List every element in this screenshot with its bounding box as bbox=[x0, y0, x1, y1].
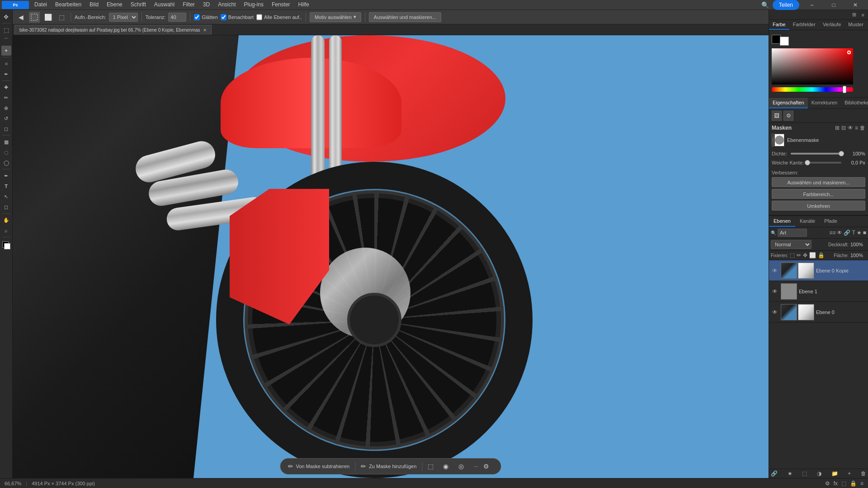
tab-pfade[interactable]: Pfade bbox=[820, 216, 842, 227]
tab-bibliotheken[interactable]: Bibliotheken bbox=[841, 98, 868, 108]
tab-muster[interactable]: Muster bbox=[844, 20, 867, 30]
zoom-tool[interactable]: ⌕ bbox=[1, 225, 11, 235]
statusbar-icon-4[interactable]: 🔒 bbox=[850, 480, 857, 487]
new-layer-button[interactable]: + bbox=[848, 470, 851, 477]
menu-schrift[interactable]: Schrift bbox=[127, 0, 150, 9]
glaetten-checkbox[interactable] bbox=[194, 13, 200, 22]
masken-icon-3[interactable]: 👁 bbox=[848, 125, 853, 131]
mask-option-1[interactable]: ⬚ bbox=[428, 463, 438, 470]
eyedropper-tool[interactable]: ✒ bbox=[1, 69, 11, 79]
hand-tool[interactable]: ✋ bbox=[1, 215, 11, 225]
hue-slider[interactable] bbox=[772, 87, 853, 92]
image-properties-icon[interactable]: 🖼 bbox=[772, 111, 782, 121]
tab-eigenschaften[interactable]: Eigenschaften bbox=[769, 98, 808, 108]
mask-option-3[interactable]: ◎ bbox=[458, 463, 468, 470]
benachbart-checkbox[interactable] bbox=[221, 13, 226, 22]
motiv-button[interactable]: Motiv auswählen ▾ bbox=[310, 12, 361, 22]
magic-wand-tool[interactable]: ✦ bbox=[1, 46, 11, 56]
eraser-tool[interactable]: ◻ bbox=[1, 124, 11, 134]
panel-icon-1[interactable]: ⊞ bbox=[850, 11, 858, 19]
lock-artboard-icon[interactable]: ⬜ bbox=[809, 252, 816, 258]
dodge-tool[interactable]: ◯ bbox=[1, 158, 11, 168]
layer-visibility-ebene0kopie[interactable]: 👁 bbox=[771, 267, 779, 275]
rectangular-marquee-tool[interactable]: ⬚ bbox=[1, 25, 11, 35]
layer-visibility-ebene1[interactable]: 👁 bbox=[771, 287, 779, 296]
toolbar-select1[interactable]: ⬜ bbox=[42, 12, 53, 23]
statusbar-icon-5[interactable]: ≡ bbox=[860, 480, 863, 487]
ebenen-search-input[interactable]: Art bbox=[778, 229, 807, 237]
canvas-area[interactable]: ✏ Von Maske subtrahieren ✏ Zu Maske hinz… bbox=[13, 35, 769, 478]
statusbar-icon-2[interactable]: fx bbox=[834, 480, 838, 487]
lock-brush-icon[interactable]: ✏ bbox=[797, 252, 801, 258]
tab-close[interactable]: ✕ bbox=[203, 28, 207, 33]
menu-hilfe[interactable]: Hilfe bbox=[295, 0, 313, 9]
toleranz-input[interactable]: 40 bbox=[168, 13, 186, 22]
dichte-thumb[interactable] bbox=[839, 151, 844, 156]
ebenen-icon-link[interactable]: 🔗 bbox=[844, 230, 850, 236]
menu-auswahl[interactable]: Auswahl bbox=[151, 0, 178, 9]
masken-icon-2[interactable]: ⊟ bbox=[841, 125, 846, 131]
group-layer-button[interactable]: 📁 bbox=[831, 470, 838, 477]
subtract-from-mask-button[interactable]: ✏ Von Maske subtrahieren bbox=[288, 463, 350, 470]
document-tab[interactable]: bike-3073082 nattapol deejitwasin auf Pi… bbox=[14, 25, 212, 35]
menu-filter[interactable]: Filter bbox=[179, 0, 198, 9]
layer-item-ebene0[interactable]: 👁 Ebene 0 bbox=[769, 302, 868, 323]
add-mask-button[interactable]: ⬚ bbox=[802, 470, 807, 477]
toolbar-select2[interactable]: ⬚ bbox=[56, 12, 67, 23]
auswahlen-maskieren-button[interactable]: Auswählen und maskieren... bbox=[369, 12, 441, 22]
layer-visibility-ebene0[interactable]: 👁 bbox=[771, 308, 779, 316]
ebenen-icon-style[interactable]: T bbox=[852, 230, 855, 236]
layer-style-button[interactable]: ★ bbox=[788, 470, 793, 477]
panel-icon-2[interactable]: ≡ bbox=[860, 11, 866, 19]
gradient-tool[interactable]: ▦ bbox=[1, 137, 11, 147]
pen-tool[interactable]: ✒ bbox=[1, 171, 11, 181]
add-to-mask-button[interactable]: ✏ Zu Maske hinzufügen bbox=[361, 463, 416, 470]
lock-position-icon[interactable]: ✥ bbox=[803, 252, 807, 258]
mask-more-options[interactable]: ··· bbox=[474, 464, 478, 469]
tab-kanaele[interactable]: Kanäle bbox=[795, 216, 820, 227]
text-tool[interactable]: T bbox=[1, 181, 11, 191]
menu-fenster[interactable]: Fenster bbox=[268, 0, 294, 9]
blend-mode-select[interactable]: Normal bbox=[771, 240, 811, 249]
ebenen-icon-kind[interactable]: ≡≡ bbox=[829, 230, 835, 236]
dichte-slider[interactable] bbox=[791, 153, 841, 155]
alle-ebenen-checkbox[interactable] bbox=[256, 13, 262, 22]
new-fill-layer-button[interactable]: ◑ bbox=[817, 470, 821, 477]
weiche-kante-slider[interactable] bbox=[807, 162, 841, 164]
minimize-button[interactable]: – bbox=[803, 0, 821, 10]
masken-icon-4[interactable]: ≡ bbox=[855, 125, 858, 131]
menu-3d[interactable]: 3D bbox=[199, 0, 213, 9]
mask-settings[interactable]: ⚙ bbox=[483, 463, 493, 470]
foreground-color-swatch[interactable] bbox=[772, 35, 781, 44]
farbbereich-button[interactable]: Farbbereich... bbox=[772, 189, 865, 199]
statusbar-icon-1[interactable]: ⚙ bbox=[825, 480, 830, 487]
mask-option-2[interactable]: ◉ bbox=[443, 463, 453, 470]
tab-verlaeufe[interactable]: Verläufe bbox=[819, 20, 844, 30]
maximize-button[interactable]: □ bbox=[825, 0, 843, 10]
menu-bild[interactable]: Bild bbox=[86, 0, 102, 9]
weiche-kante-thumb[interactable] bbox=[805, 160, 810, 165]
lasso-tool[interactable]: ⌒ bbox=[1, 35, 11, 45]
menu-bearbeiten[interactable]: Bearbeiten bbox=[52, 0, 85, 9]
lock-transparent-icon[interactable]: ⬚ bbox=[790, 252, 795, 258]
move-tool[interactable]: ✥ bbox=[1, 12, 11, 22]
ebenen-icon-effect[interactable]: ★ bbox=[857, 230, 862, 236]
menu-datei[interactable]: Datei bbox=[31, 0, 51, 9]
menu-ebene[interactable]: Ebene bbox=[103, 0, 126, 9]
masken-icon-1[interactable]: ⊞ bbox=[835, 125, 840, 131]
umkehren-button[interactable]: Umkehren bbox=[772, 201, 865, 211]
lock-all-icon[interactable]: 🔒 bbox=[818, 252, 825, 258]
blur-tool[interactable]: ◌ bbox=[1, 147, 11, 157]
share-button[interactable]: Teilen bbox=[773, 0, 799, 10]
layer-item-ebene0kopie[interactable]: 👁 Ebene 0 Kopie bbox=[769, 260, 868, 281]
search-icon[interactable]: 🔍 bbox=[761, 1, 769, 9]
ebenen-icon-visibility[interactable]: 👁 bbox=[837, 230, 842, 236]
adjustment-icon[interactable]: ⚙ bbox=[783, 111, 793, 121]
tab-farbe[interactable]: Farbe bbox=[769, 20, 789, 30]
background-color-swatch[interactable] bbox=[780, 37, 789, 46]
toolbar-arrow[interactable]: ◀ bbox=[15, 12, 26, 23]
close-button[interactable]: ✕ bbox=[846, 0, 864, 10]
foreground-background-colors[interactable] bbox=[1, 240, 11, 250]
path-select-tool[interactable]: ↖ bbox=[1, 192, 11, 202]
crop-tool[interactable]: ⌗ bbox=[1, 59, 11, 69]
